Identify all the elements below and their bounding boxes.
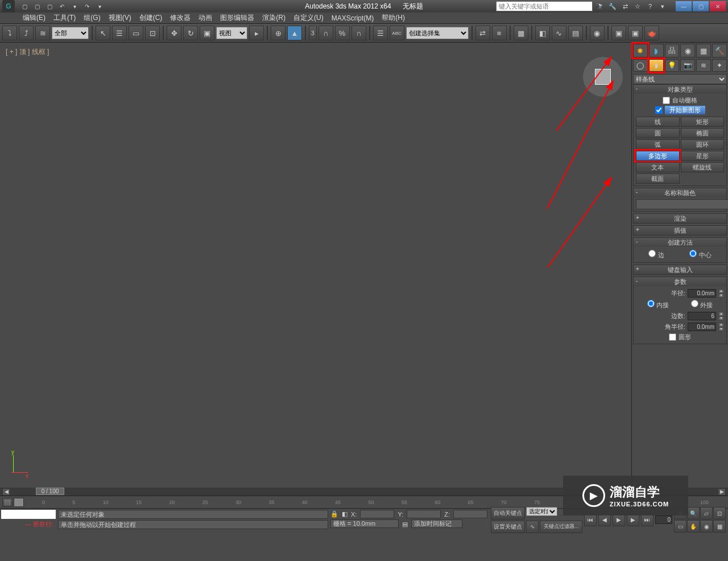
shape-text[interactable]: 文本 — [636, 162, 680, 172]
orbit-icon[interactable]: ◉ — [700, 520, 713, 533]
window-crossing-icon[interactable]: ⊡ — [145, 26, 160, 40]
named-selection-select[interactable]: 创建选择集 — [406, 27, 469, 39]
frame-input[interactable] — [655, 515, 672, 524]
unlink-icon[interactable]: ⤴ — [19, 26, 34, 40]
trackbar-toggle-icon[interactable]: ▤ — [2, 498, 13, 507]
keyboard-shortcut-icon[interactable]: ▲ — [287, 26, 302, 40]
open-file-icon[interactable]: ▢ — [32, 2, 42, 11]
menu-customize[interactable]: 自定义(U) — [293, 13, 324, 23]
render-setup-icon[interactable]: ▣ — [611, 26, 626, 40]
lights-subtab[interactable]: 💡 — [665, 59, 680, 72]
help-icon[interactable]: ? — [645, 1, 655, 11]
pivot-center-icon[interactable]: ▸ — [249, 26, 264, 40]
method-edge-radio[interactable] — [648, 250, 656, 257]
select-by-name-icon[interactable]: ☰ — [112, 26, 127, 40]
rollout-name-header[interactable]: -名称和颜色 — [634, 188, 726, 197]
menu-create[interactable]: 创建(C) — [139, 13, 163, 23]
rollout-objtype-header[interactable]: -对象类型 — [634, 85, 726, 94]
minimize-button[interactable]: ― — [676, 1, 692, 11]
align-icon[interactable]: ≡ — [492, 26, 507, 40]
maximize-viewport-icon[interactable]: ▦ — [713, 520, 726, 533]
shape-arc[interactable]: 弧 — [636, 139, 680, 150]
zoom-extents-icon[interactable]: ⊡ — [713, 507, 726, 519]
redo-icon[interactable]: ↷ — [82, 2, 92, 11]
add-time-tag[interactable] — [411, 519, 462, 528]
geometry-subtab[interactable]: ◯ — [633, 59, 648, 72]
render-production-icon[interactable]: 🫖 — [644, 26, 659, 40]
redo-dropdown-icon[interactable]: ▾ — [94, 2, 105, 11]
rectangle-select-icon[interactable]: ▭ — [129, 26, 143, 40]
rollout-interp-header[interactable]: +插值 — [634, 226, 726, 235]
hierarchy-tab[interactable]: 品 — [665, 44, 680, 57]
autokey-button[interactable]: 自动关键点 — [491, 507, 525, 519]
search-input[interactable] — [496, 1, 593, 11]
abc-icon[interactable]: ABC — [390, 26, 404, 40]
timeline-left-button[interactable]: ◀ — [2, 488, 10, 496]
angle-snap-icon[interactable]: ∩ — [318, 26, 333, 40]
radius-spinner[interactable] — [688, 289, 716, 298]
corner-spinner[interactable] — [688, 323, 716, 331]
menu-group[interactable]: 组(G) — [84, 13, 100, 23]
trackbar-key-icon[interactable]: ▮ — [14, 498, 24, 507]
maxscript-listener[interactable] — [1, 510, 56, 519]
rollout-render-header[interactable]: +渲染 — [634, 214, 726, 223]
shape-ellipse[interactable]: 椭圆 — [681, 128, 725, 138]
layer-manager-icon[interactable]: ▦ — [514, 26, 528, 40]
startnew-checkbox[interactable] — [655, 106, 663, 114]
spinner-snap-icon[interactable]: ∩ — [351, 26, 366, 40]
systems-subtab[interactable]: ✦ — [712, 59, 727, 72]
ref-coord-select[interactable]: 视图 — [216, 27, 247, 39]
wrench-icon[interactable]: 🔧 — [607, 1, 618, 11]
snap-toggle-icon[interactable]: 3 — [309, 26, 317, 40]
rollout-keyboard-header[interactable]: +键盘输入 — [634, 265, 726, 274]
create-tab[interactable]: ✹ — [633, 44, 648, 57]
key-filter-button[interactable]: 关键点过滤器... — [540, 521, 582, 533]
shape-donut[interactable]: 圆环 — [681, 139, 725, 150]
star-icon[interactable]: ☆ — [632, 1, 643, 11]
new-file-icon[interactable]: ▢ — [19, 2, 30, 11]
select-link-icon[interactable]: ⤵ — [2, 26, 17, 40]
display-tab[interactable]: ▦ — [696, 44, 711, 57]
keytoggle-icon[interactable]: ∿ — [526, 521, 539, 533]
menu-maxscript[interactable]: MAXScript(M) — [332, 14, 374, 22]
key-selection-select[interactable]: 选定对象 — [526, 507, 557, 516]
z-coord[interactable] — [453, 510, 487, 518]
viewport-label[interactable]: [ + ] 顶 ] 线框 ] — [6, 47, 49, 57]
app-icon[interactable]: G — [2, 0, 15, 13]
menu-edit[interactable]: 编辑(E) — [23, 13, 46, 23]
menu-view[interactable]: 视图(V) — [109, 13, 131, 23]
menu-animation[interactable]: 动画 — [198, 13, 212, 23]
shape-category-select[interactable]: 样条线 — [633, 74, 727, 84]
rotate-icon[interactable]: ↻ — [183, 26, 198, 40]
manipulate-icon[interactable]: ⊕ — [271, 26, 286, 40]
shapes-subtab[interactable]: ◗ — [649, 59, 664, 72]
scale-icon[interactable]: ▣ — [200, 26, 214, 40]
timeline-right-button[interactable]: ▶ — [718, 488, 726, 496]
percent-snap-icon[interactable]: % — [335, 26, 350, 40]
menu-help[interactable]: 帮助(H) — [382, 13, 405, 23]
inscribed-radio[interactable] — [647, 300, 655, 307]
menu-render[interactable]: 渲染(R) — [262, 13, 286, 23]
shape-rectangle[interactable]: 矩形 — [681, 117, 725, 127]
mirror-icon[interactable]: ⇄ — [475, 26, 490, 40]
select-object-icon[interactable]: ↖ — [96, 26, 110, 40]
pan-icon[interactable]: ✋ — [687, 520, 700, 533]
schematic-view-icon[interactable]: ▤ — [568, 26, 583, 40]
maximize-button[interactable]: ▢ — [693, 1, 709, 11]
curve-editor-icon[interactable]: ∿ — [552, 26, 566, 40]
autogrid-checkbox[interactable] — [663, 97, 670, 104]
circumscribed-radio[interactable] — [691, 300, 698, 307]
method-center-radio[interactable] — [689, 250, 697, 257]
shape-circle[interactable]: 圆 — [636, 128, 680, 138]
binoculars-icon[interactable]: 🔭 — [595, 1, 605, 11]
setkey-button[interactable]: 设置关键点 — [491, 521, 525, 533]
selection-filter-select[interactable]: 全部 — [52, 27, 89, 39]
shape-line[interactable]: 线 — [636, 117, 680, 127]
help-dropdown-icon[interactable]: ▾ — [657, 1, 668, 11]
cameras-subtab[interactable]: 📷 — [680, 59, 695, 72]
exchange-icon[interactable]: ⇄ — [620, 1, 630, 11]
coord-icon[interactable]: ◧ — [342, 510, 348, 518]
viewport[interactable]: [ + ] 顶 ] 线框 ] y x — [0, 43, 631, 488]
edit-named-sel-icon[interactable]: ☰ — [373, 26, 388, 40]
rollout-method-header[interactable]: -创建方法 — [634, 238, 726, 247]
